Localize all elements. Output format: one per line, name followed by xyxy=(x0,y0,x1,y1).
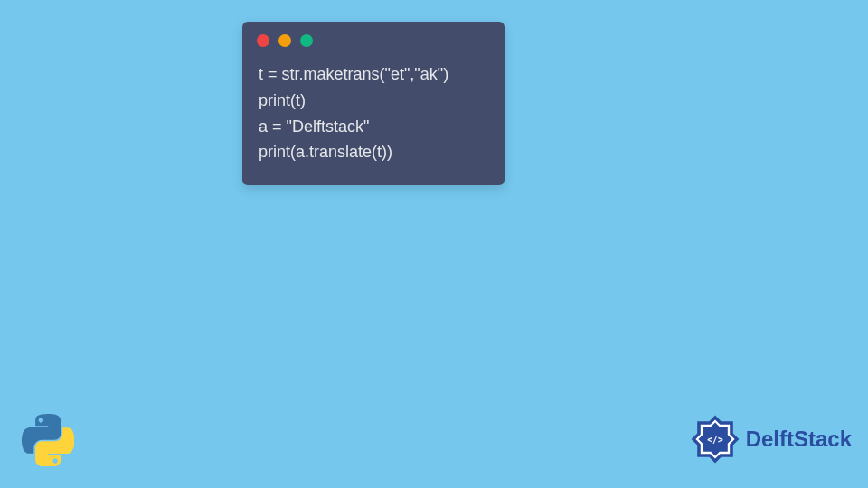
code-line: a = "Delftstack" xyxy=(259,117,369,136)
python-logo-icon xyxy=(22,414,74,466)
svg-text:</>: </> xyxy=(707,435,723,445)
brand-name: DelftStack xyxy=(746,427,852,452)
code-block: t = str.maketrans("et","ak") print(t) a … xyxy=(242,54,505,185)
code-window: t = str.maketrans("et","ak") print(t) a … xyxy=(242,22,505,185)
code-line: print(t) xyxy=(259,91,306,109)
window-controls xyxy=(242,22,505,54)
brand: </> DelftStack xyxy=(688,412,852,466)
code-line: print(a.translate(t)) xyxy=(259,143,392,161)
close-icon xyxy=(257,34,269,47)
minimize-icon xyxy=(278,34,291,47)
code-line: t = str.maketrans("et","ak") xyxy=(259,65,448,83)
maximize-icon xyxy=(300,34,313,47)
brand-logo-icon: </> xyxy=(688,412,742,466)
